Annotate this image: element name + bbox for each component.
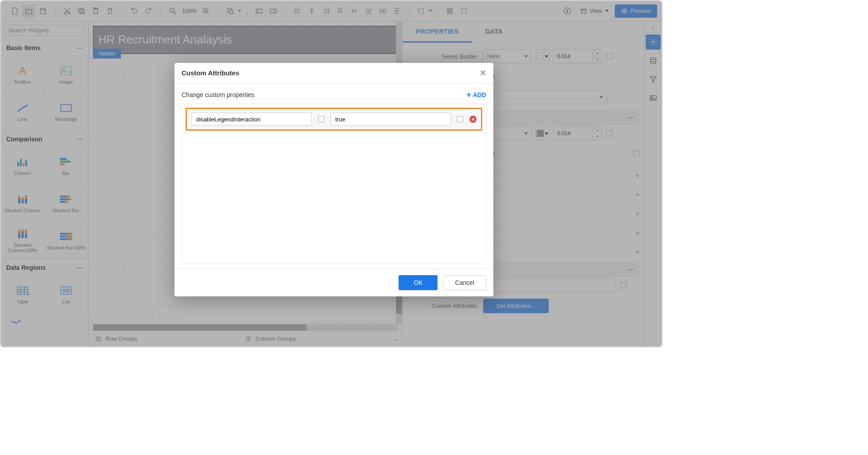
attribute-value-input[interactable] — [330, 113, 451, 126]
delete-attribute-icon[interactable]: ✕ — [469, 116, 477, 123]
custom-attributes-dialog: Custom Attributes ✕ Change custom proper… — [174, 63, 493, 296]
attributes-list: ✕ — [182, 104, 486, 263]
dialog-ok-button[interactable]: OK — [399, 275, 438, 290]
attribute-name-checkbox[interactable] — [318, 116, 324, 122]
dialog-cancel-button[interactable]: Cancel — [443, 275, 486, 290]
dialog-subtitle: Change custom properties — [182, 91, 254, 98]
dialog-title: Custom Attributes — [182, 69, 239, 77]
attribute-row: ✕ — [186, 108, 482, 131]
attribute-name-input[interactable] — [191, 113, 312, 126]
attribute-value-checkbox[interactable] — [457, 116, 463, 122]
add-attribute-button[interactable]: +ADD — [466, 91, 486, 98]
dialog-close-icon[interactable]: ✕ — [480, 68, 486, 78]
